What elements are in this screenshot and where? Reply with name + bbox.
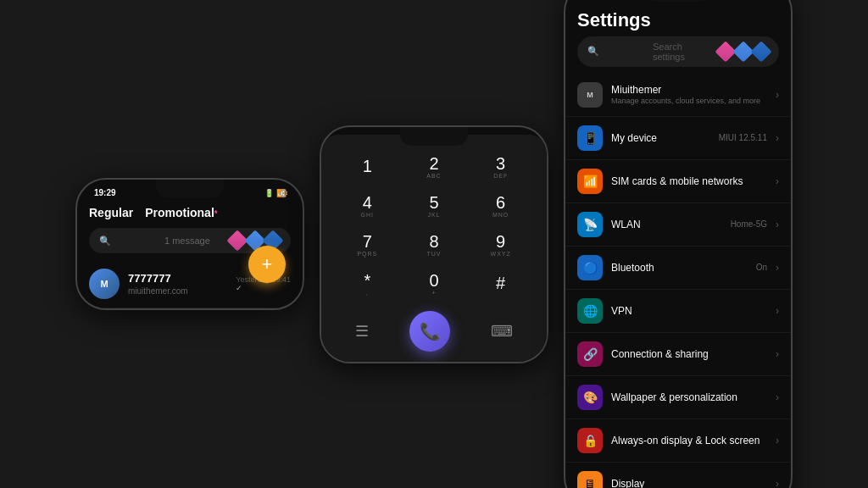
chevron-icon-10: › — [776, 478, 779, 489]
connection-icon: 🔗 — [577, 341, 603, 367]
settings-item-wlan[interactable]: 📡 WLAN Home-5G › — [565, 203, 791, 247]
dial-key-4[interactable]: 4GHI — [335, 187, 400, 225]
dialpad-bottom: ☰ 📞 ⌨ — [321, 306, 547, 355]
status-bar-1: 19:29 🔋 📶 — [77, 183, 303, 199]
dial-key-hash[interactable]: # — [468, 265, 533, 302]
aod-icon: 🔒 — [577, 428, 603, 453]
settings-item-aod[interactable]: 🔒 Always-on display & Lock screen › — [565, 419, 791, 463]
dot-blue2-3 — [750, 41, 771, 62]
settings-list: M Miuithemer Manage accounts, cloud serv… — [565, 74, 791, 489]
chevron-icon-6: › — [776, 305, 779, 317]
chevron-icon-5: › — [776, 262, 779, 274]
phones-container: 19:29 🔋 📶 ⚙ Regular Promotional* 🔍 1 mes… — [75, 0, 793, 488]
bluetooth-val: On — [756, 263, 767, 272]
tab-promo[interactable]: Promotional* — [145, 206, 218, 219]
bluetooth-name: Bluetooth — [611, 262, 748, 274]
chevron-icon-8: › — [776, 391, 779, 403]
display-name: Display — [611, 478, 767, 489]
chevron-icon-4: › — [776, 219, 779, 230]
dialpad-grid: 1 2ABC 3DEF 4GHI 5JKL 6MNO 7PQRS 8TUV 9W… — [321, 145, 547, 306]
settings-item-display[interactable]: 🖥 Display › — [565, 463, 791, 489]
wlan-val: Home-5G — [731, 219, 767, 229]
msg-tabs: Regular Promotional* — [77, 199, 303, 225]
compose-fab[interactable]: + — [248, 246, 286, 283]
dial-key-7[interactable]: 7PQRS — [335, 226, 400, 263]
settings-color-dots — [718, 44, 769, 59]
settings-item-wallpaper[interactable]: 🎨 Wallpaper & personalization › — [565, 376, 791, 419]
wlan-icon: 📡 — [577, 212, 603, 237]
vpn-name: VPN — [611, 305, 767, 317]
device-val: MIUI 12.5.11 — [719, 133, 767, 142]
call-button[interactable]: 📞 — [409, 311, 450, 352]
chevron-icon-9: › — [776, 435, 779, 446]
aod-name: Always-on display & Lock screen — [611, 435, 767, 446]
connection-name: Connection & sharing — [611, 348, 767, 360]
bluetooth-icon: 🔵 — [577, 255, 603, 280]
phone-settings: 19:29 🔋📶 Settings 🔍 Search settings M Mi… — [564, 0, 793, 488]
contact-name: 7777777 — [128, 272, 227, 285]
search-placeholder: 1 message — [164, 236, 223, 246]
dial-key-9[interactable]: 9WXYZ — [468, 226, 533, 263]
display-icon: 🖥 — [577, 471, 603, 489]
chevron-icon-3: › — [776, 175, 779, 187]
dial-key-3[interactable]: 3DEF — [468, 148, 533, 186]
chevron-icon-2: › — [776, 132, 779, 144]
phone-messages: 19:29 🔋 📶 ⚙ Regular Promotional* 🔍 1 mes… — [75, 178, 304, 310]
miuithemer-icon: M — [577, 82, 603, 108]
dialpad-overlay: 1 2ABC 3DEF 4GHI 5JKL 6MNO 7PQRS 8TUV 9W… — [321, 135, 547, 362]
dial-key-1[interactable]: 1 — [335, 148, 400, 186]
sim-name: SIM cards & mobile networks — [611, 175, 767, 187]
settings-item-connection[interactable]: 🔗 Connection & sharing › — [565, 333, 791, 376]
settings-item-sim[interactable]: 📶 SIM cards & mobile networks › — [565, 160, 791, 203]
chevron-icon-7: › — [776, 348, 779, 360]
vpn-icon: 🌐 — [577, 298, 603, 324]
time-3: 19:29 — [582, 0, 604, 1]
dial-key-5[interactable]: 5JKL — [402, 187, 467, 225]
miuithemer-sub: Manage accounts, cloud services, and mor… — [611, 97, 767, 105]
device-name: My device — [611, 132, 710, 144]
wallpaper-icon: 🎨 — [577, 385, 603, 410]
phone-dialer: 19:29 🔋📶 ⚙ Recents Contacts Carrier Serv… — [320, 125, 548, 363]
dial-key-0[interactable]: 0+ — [402, 265, 467, 302]
wlan-name: WLAN — [611, 219, 722, 230]
miuithemer-name: Miuithemer — [611, 84, 767, 96]
settings-title: Settings — [565, 3, 791, 36]
settings-item-bluetooth[interactable]: 🔵 Bluetooth On › — [565, 247, 791, 290]
sim-icon: 📶 — [577, 169, 603, 194]
contact-sub: miuithemer.com — [128, 286, 227, 296]
avatar: M — [89, 269, 120, 299]
chevron-icon: › — [776, 89, 779, 101]
tab-regular[interactable]: Regular — [89, 206, 133, 219]
keypad-icon[interactable]: ⌨ — [491, 322, 513, 341]
settings-item-vpn[interactable]: 🌐 VPN › — [565, 290, 791, 333]
settings-search-bar[interactable]: 🔍 Search settings — [577, 36, 779, 67]
msg-tick: ✓ — [236, 284, 291, 292]
dial-key-6[interactable]: 6MNO — [468, 187, 533, 225]
time-1: 19:29 — [94, 188, 116, 197]
gear-icon[interactable]: ⚙ — [278, 186, 289, 200]
settings-search-placeholder: Search settings — [653, 42, 711, 62]
dial-key-star[interactable]: *, — [335, 265, 400, 302]
dial-key-8[interactable]: 8TUV — [402, 226, 467, 263]
settings-item-device[interactable]: 📱 My device MIUI 12.5.11 › — [565, 117, 791, 160]
settings-item-miuithemer[interactable]: M Miuithemer Manage accounts, cloud serv… — [565, 74, 791, 117]
menu-icon[interactable]: ☰ — [355, 322, 369, 341]
dial-key-2[interactable]: 2ABC — [402, 148, 467, 186]
device-icon: 📱 — [577, 125, 603, 151]
wallpaper-name: Wallpaper & personalization — [611, 391, 767, 403]
